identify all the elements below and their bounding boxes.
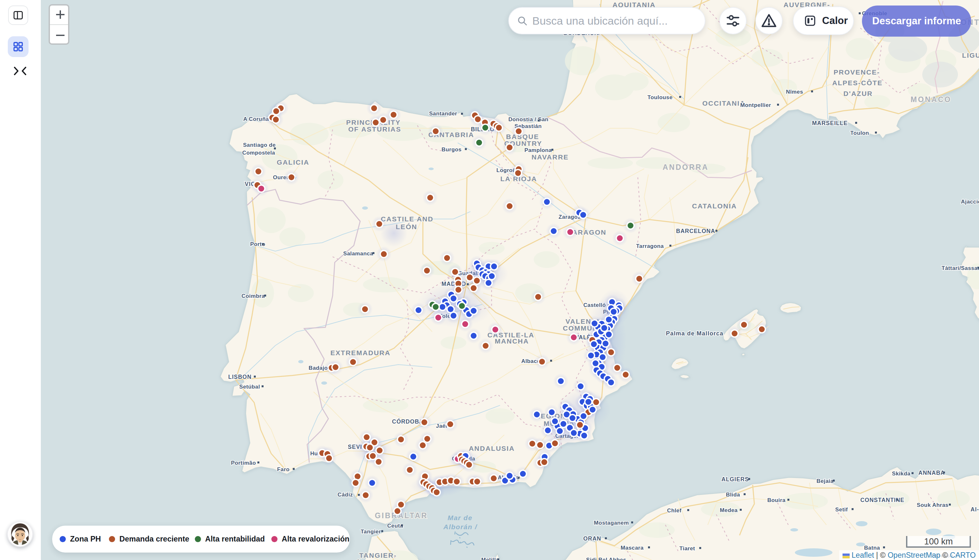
svg-text:Pamplona: Pamplona <box>525 147 552 153</box>
svg-text:Compostela: Compostela <box>242 150 275 156</box>
svg-text:Mascara: Mascara <box>621 545 644 551</box>
svg-text:TANGIER-: TANGIER- <box>359 552 397 559</box>
svg-text:BARCELONA: BARCELONA <box>676 228 715 234</box>
svg-text:Tiaret: Tiaret <box>679 545 695 552</box>
svg-text:Palma de Mallorca: Palma de Mallorca <box>666 330 723 337</box>
svg-text:Tarragona: Tarragona <box>636 243 664 249</box>
svg-text:Sidi Bel Abbes: Sidi Bel Abbes <box>586 557 626 560</box>
svg-text:Mostaganem: Mostaganem <box>594 520 629 526</box>
svg-text:PROVENCE-: PROVENCE- <box>834 68 880 76</box>
svg-text:Alborán /: Alborán / <box>443 523 477 530</box>
svg-text:Cádiz: Cádiz <box>337 492 353 498</box>
svg-text:Portimão: Portimão <box>231 460 256 466</box>
svg-text:ALGIERS: ALGIERS <box>722 476 749 483</box>
svg-text:Souk Ahras: Souk Ahras <box>917 502 949 508</box>
svg-text:Chlef: Chlef <box>667 508 682 514</box>
svg-text:LIGURIA: LIGURIA <box>962 52 979 59</box>
svg-text:LISBON: LISBON <box>228 374 252 380</box>
svg-text:Bejaia: Bejaia <box>817 478 834 484</box>
svg-text:NAVARRE: NAVARRE <box>532 153 569 161</box>
svg-text:Nîmes: Nîmes <box>786 89 803 95</box>
svg-text:ALPES-CÔTE: ALPES-CÔTE <box>832 79 882 87</box>
svg-text:Bouira: Bouira <box>767 497 786 503</box>
svg-text:Santander: Santander <box>429 110 457 117</box>
svg-text:Melilla: Melilla <box>481 557 499 560</box>
svg-text:Al-K: Al-K <box>971 506 979 513</box>
svg-text:ANDALUSIA: ANDALUSIA <box>469 445 515 452</box>
svg-text:Donostia / San: Donostia / San <box>508 116 549 122</box>
svg-text:MONACO: MONACO <box>911 95 951 104</box>
svg-text:Santiago de: Santiago de <box>243 142 276 148</box>
svg-text:Coimbra: Coimbra <box>242 293 265 299</box>
svg-text:OCCITANIA: OCCITANIA <box>702 100 745 107</box>
svg-text:Skikda: Skikda <box>892 470 910 477</box>
svg-text:Medea: Medea <box>720 507 738 513</box>
svg-text:ANNABA: ANNABA <box>918 470 945 476</box>
svg-text:Tàttari/Sassari: Tàttari/Sassari <box>941 265 979 271</box>
svg-text:Ceuta: Ceuta <box>387 523 403 529</box>
svg-text:CATALONIA: CATALONIA <box>692 202 737 210</box>
svg-text:Ajaccio: Ajaccio <box>961 199 979 205</box>
svg-text:Toulouse: Toulouse <box>647 94 673 100</box>
svg-text:Setúbal: Setúbal <box>239 384 260 390</box>
svg-text:Tangier: Tangier <box>361 528 381 535</box>
svg-text:GALICIA: GALICIA <box>277 158 309 166</box>
svg-text:MARSEILLE: MARSEILLE <box>812 120 848 127</box>
svg-text:Salamanca: Salamanca <box>343 250 374 257</box>
svg-text:D'AZUR: D'AZUR <box>844 90 873 97</box>
svg-text:ANDORRA: ANDORRA <box>663 163 709 172</box>
svg-text:Montpellier: Montpellier <box>740 102 771 108</box>
svg-text:Toulon: Toulon <box>850 130 869 136</box>
svg-text:Setif: Setif <box>836 507 848 513</box>
svg-text:Blida: Blida <box>726 492 740 498</box>
svg-text:Faro: Faro <box>277 466 290 472</box>
svg-text:Mar de: Mar de <box>448 514 473 522</box>
svg-text:EXTREMADURA: EXTREMADURA <box>330 349 390 357</box>
svg-text:MANCHA: MANCHA <box>495 337 529 345</box>
svg-text:ORAN: ORAN <box>583 535 601 542</box>
svg-text:Burgos: Burgos <box>442 147 462 153</box>
